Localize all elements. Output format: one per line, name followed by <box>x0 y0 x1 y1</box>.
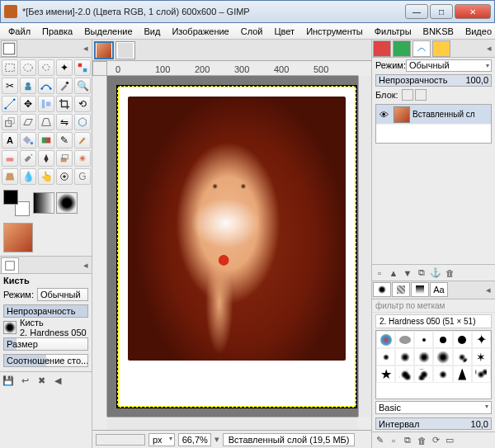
blur-tool[interactable]: 💧 <box>20 168 36 185</box>
visibility-icon[interactable]: 👁 <box>376 110 391 120</box>
menu-tools[interactable]: Инструменты <box>301 25 368 38</box>
brush-item[interactable] <box>433 348 452 365</box>
menu-file[interactable]: Файл <box>3 25 35 38</box>
airbrush-tool[interactable] <box>20 150 36 167</box>
menu-edit[interactable]: Правка <box>37 25 78 38</box>
lock-alpha-toggle[interactable] <box>415 89 427 101</box>
gegl-tool[interactable]: G <box>74 168 91 185</box>
restore-preset-icon[interactable]: ↩ <box>18 375 31 388</box>
ink-tool[interactable] <box>38 150 54 167</box>
menu-color[interactable]: Цвет <box>269 25 299 38</box>
fonts-tab[interactable]: Aa <box>430 282 448 297</box>
blend-tool[interactable] <box>38 132 54 149</box>
dock-menu-icon[interactable]: ◂ <box>80 40 92 57</box>
measure-tool[interactable] <box>2 96 18 112</box>
brush-item[interactable] <box>433 365 452 383</box>
zoom-field[interactable]: 66,7% <box>178 433 211 446</box>
rect-select-tool[interactable] <box>2 59 18 76</box>
scissors-tool[interactable]: ✂ <box>2 78 18 94</box>
brush-item[interactable] <box>453 348 472 365</box>
brush-icon[interactable] <box>3 321 16 334</box>
zoom-dropdown-icon[interactable]: ▾ <box>214 434 219 445</box>
flip-tool[interactable]: ⇋ <box>56 114 73 130</box>
align-tool[interactable] <box>38 96 54 112</box>
brush-item[interactable] <box>395 331 414 348</box>
brush-item[interactable]: ✶ <box>472 348 491 365</box>
brush-item[interactable] <box>453 365 472 383</box>
filter-field[interactable]: фильтр по меткам <box>372 299 495 313</box>
layers-list[interactable]: 👁 Вставленный сл <box>375 104 492 144</box>
fg-bg-swatches[interactable] <box>3 190 30 216</box>
duplicate-brush-icon[interactable]: ⧉ <box>402 435 413 446</box>
bucket-fill-tool[interactable] <box>20 132 36 149</box>
edit-brush-icon[interactable]: ✎ <box>374 435 385 446</box>
smudge-tool[interactable]: 👆 <box>38 168 54 185</box>
scale-tool[interactable] <box>2 114 18 130</box>
paths-tab[interactable] <box>412 40 431 57</box>
foreground-select-tool[interactable] <box>20 78 36 94</box>
menu-video[interactable]: Видео <box>460 25 495 38</box>
brush-item[interactable] <box>395 365 414 383</box>
scrollbar-vertical[interactable] <box>358 76 371 417</box>
eraser-tool[interactable] <box>2 150 18 167</box>
scrollbar-horizontal[interactable] <box>107 417 358 430</box>
lock-pixels-toggle[interactable] <box>402 89 413 101</box>
free-select-tool[interactable] <box>38 59 54 76</box>
color-picker-tool[interactable] <box>56 78 73 94</box>
cage-tool[interactable] <box>74 114 91 130</box>
ruler-vertical[interactable] <box>92 76 107 417</box>
image-thumbnail[interactable] <box>3 223 33 252</box>
menu-select[interactable]: Выделение <box>79 25 137 38</box>
brush-item[interactable] <box>376 348 395 365</box>
active-gradient[interactable] <box>33 192 54 214</box>
dock-menu-icon[interactable]: ◂ <box>483 40 495 57</box>
brush-item[interactable] <box>414 365 433 383</box>
brush-item[interactable] <box>414 348 433 365</box>
clone-tool[interactable] <box>56 150 73 167</box>
dodge-tool[interactable] <box>56 168 73 185</box>
opacity-slider[interactable]: Непрозрачность <box>3 304 88 318</box>
brush-grid[interactable]: ✦ ✶ ★ <box>375 330 492 399</box>
shear-tool[interactable] <box>20 114 36 130</box>
layers-tab[interactable] <box>373 40 391 57</box>
brush-item[interactable] <box>453 331 472 348</box>
ellipse-select-tool[interactable] <box>20 59 36 76</box>
delete-preset-icon[interactable]: ✖ <box>35 375 48 388</box>
zoom-tool[interactable]: 🔍 <box>74 78 91 94</box>
menu-bnksb[interactable]: BNKSB <box>418 25 459 38</box>
size-slider[interactable]: Размер <box>3 337 88 351</box>
minimize-button[interactable]: — <box>405 4 428 19</box>
channels-tab[interactable] <box>393 40 411 57</box>
brush-item[interactable] <box>472 365 491 383</box>
image-tab-1[interactable] <box>94 41 114 59</box>
brush-item[interactable] <box>433 331 452 348</box>
tool-options-tab[interactable] <box>1 257 19 274</box>
navigation-icon[interactable] <box>358 417 371 430</box>
anchor-layer-icon[interactable]: ⚓ <box>430 267 441 279</box>
ruler-horizontal[interactable]: 0 100 200 300 400 500 <box>107 61 358 76</box>
mode-combo[interactable]: Обычный <box>37 288 88 301</box>
image-tab-2[interactable] <box>116 41 135 59</box>
layer-row[interactable]: 👁 Вставленный сл <box>376 105 491 125</box>
save-preset-icon[interactable]: 💾 <box>2 375 15 388</box>
perspective-tool[interactable] <box>38 114 54 130</box>
patterns-tab[interactable] <box>392 282 410 297</box>
brush-item[interactable] <box>414 331 433 348</box>
aspect-slider[interactable]: Соотношение сто... <box>3 354 88 367</box>
gradients-tab[interactable] <box>411 282 429 297</box>
layer-thumbnail[interactable] <box>394 106 410 123</box>
raise-layer-icon[interactable]: ▲ <box>388 267 399 279</box>
brush-group-combo[interactable]: Basic <box>375 401 492 414</box>
reset-icon[interactable]: ◀ <box>51 375 64 388</box>
new-brush-icon[interactable]: ▫ <box>388 435 399 446</box>
heal-tool[interactable] <box>74 150 91 167</box>
lower-layer-icon[interactable]: ▼ <box>402 267 413 279</box>
menu-filters[interactable]: Фильтры <box>370 25 417 38</box>
menu-view[interactable]: Вид <box>139 25 166 38</box>
layer-mode-combo[interactable]: Обычный <box>406 59 492 72</box>
menu-layer[interactable]: Слой <box>236 25 268 38</box>
brush-item[interactable] <box>395 348 414 365</box>
menu-image[interactable]: Изображение <box>167 25 233 38</box>
dock-menu-icon[interactable]: ◂ <box>483 282 494 298</box>
delete-brush-icon[interactable]: 🗑 <box>416 435 427 446</box>
